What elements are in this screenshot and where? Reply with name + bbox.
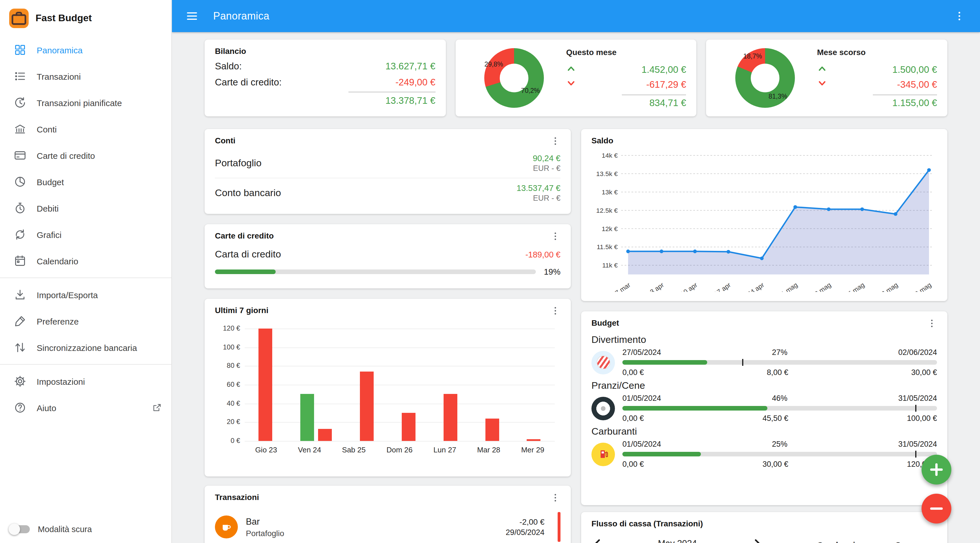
account-row[interactable]: Portafoglio 90,24 € EUR - € [215, 148, 560, 178]
bar-group [301, 328, 332, 441]
budget-total: 30,00 € [911, 368, 937, 377]
subtract-transaction-fab[interactable] [921, 494, 951, 524]
sidebar-item-carte-di-credito[interactable]: Carte di credito [0, 142, 171, 169]
x-axis-label: Mer 29 [521, 446, 544, 454]
budget-item-carburanti[interactable]: Carburanti 01/05/2024 25% 31/05/2024 [592, 426, 937, 468]
topbar-kebab-icon[interactable] [951, 8, 967, 24]
sidebar-item-impostazioni[interactable]: Impostazioni [0, 368, 171, 395]
saldo-label: Saldo: [215, 61, 242, 72]
sidebar-item-grafici[interactable]: Grafici [0, 221, 171, 248]
dark-mode-switch[interactable] [10, 525, 30, 533]
this-month-donut-wrap: 29,8% 70,2% [466, 48, 563, 108]
last7days-kebab-icon[interactable] [550, 306, 560, 318]
budget-progress-fill [622, 406, 767, 411]
credit-card-icon [14, 149, 26, 162]
dashboard-icon [14, 44, 26, 56]
sidebar-item-aiuto[interactable]: Aiuto [0, 395, 171, 421]
account-currency: EUR - € [517, 194, 560, 202]
expense-row: -345,00 € [817, 77, 937, 92]
income-row: 1.500,00 € [817, 62, 937, 77]
credit-cards-card: Carte di credito Carta di credito -189,0… [205, 224, 571, 288]
bar-uscite [485, 419, 499, 441]
sidebar-item-importa-esporta[interactable]: Importa/Esporta [0, 282, 171, 308]
sidebar-item-conti[interactable]: Conti [0, 116, 171, 142]
this-month-card: 29,8% 70,2% Questo mese 1.452,00 € -617,… [455, 40, 696, 116]
budget-item-pranzi-cene[interactable]: Pranzi/Cene 01/05/2024 46% 31/05/2024 [592, 380, 937, 423]
hamburger-menu-icon[interactable] [183, 8, 200, 25]
svg-text:27 mar: 27 mar [611, 281, 632, 291]
credit-card-value: -189,00 € [525, 250, 560, 259]
income-row: 1.452,00 € [566, 62, 686, 77]
transaction-name: Bar [246, 516, 498, 527]
sidebar-item-debiti[interactable]: Debiti [0, 195, 171, 221]
cc-value: -249,00 € [395, 77, 435, 88]
credit-card-row[interactable]: Carta di credito -189,00 € [215, 249, 560, 260]
donut-red-label: 18,7% [743, 53, 762, 60]
y-axis-tick: 100 € [223, 343, 240, 351]
x-axis-label: Dom 26 [387, 446, 413, 454]
sidebar-item-label: Aiuto [37, 403, 56, 412]
budget-item-divertimento[interactable]: Divertimento 27/05/2024 27% 02/06/2024 [592, 334, 937, 377]
sidebar-item-budget[interactable]: Budget [0, 169, 171, 195]
budget-today-tick [915, 405, 916, 412]
credit-cards-kebab-icon[interactable] [550, 231, 560, 244]
donut-red-label: 29,8% [485, 61, 503, 68]
switch-knob [9, 524, 20, 535]
saldo-chart-svg: 14k €13.5k €13k €12.5k €12k €11.5k €11k … [592, 147, 937, 291]
sidebar-item-calendario[interactable]: Calendario [0, 248, 171, 274]
budget-name: Carburanti [592, 426, 937, 438]
net-divider [873, 95, 937, 95]
sidebar-item-preferenze[interactable]: Preferenze [0, 308, 171, 334]
coffee-cup-icon [215, 516, 238, 538]
bar-group [402, 328, 415, 441]
budget-start-date: 27/05/2024 [622, 348, 661, 357]
sidebar-divider [0, 277, 171, 278]
month-navigator: May 2024 [592, 537, 764, 543]
add-transaction-fab[interactable] [921, 455, 951, 484]
summary-row: Bilancio Saldo: 13.627,71 € Carte di cre… [205, 40, 947, 116]
sidebar-item-transazioni[interactable]: Transazioni [0, 63, 171, 89]
page-title: Panoramica [213, 10, 269, 22]
expense-column-header: Spese [896, 541, 920, 543]
y-axis-tick: 40 € [227, 399, 240, 407]
bar-group [259, 328, 272, 441]
transaction-row[interactable]: Bar Portafoglio -2,00 € 29/05/2024 [215, 512, 560, 542]
budget-percent: 27% [661, 348, 898, 357]
sidebar-item-label: Panoramica [37, 45, 83, 55]
expense-value: -345,00 € [897, 79, 937, 90]
prev-month-button[interactable] [592, 537, 604, 543]
sidebar-item-label: Conti [37, 124, 57, 134]
account-row[interactable]: Conto bancario 13.537,47 € EUR - € [215, 178, 560, 207]
budget-progress-track [622, 360, 937, 365]
chevron-down-icon [566, 79, 576, 90]
credit-cards-card-title: Carte di credito [215, 231, 274, 240]
transactions-kebab-icon[interactable] [550, 492, 560, 505]
svg-text:17 apr: 17 apr [712, 281, 732, 291]
bar-uscite [527, 439, 541, 441]
x-axis-label: Gio 23 [255, 446, 277, 454]
left-column: Conti Portafoglio 90,24 € EUR - € Conto … [205, 129, 571, 543]
last-month-title: Mese scorso [817, 48, 937, 57]
sidebar-item-label: Debiti [37, 203, 59, 213]
accounts-kebab-icon[interactable] [550, 136, 560, 148]
account-name: Portafoglio [215, 158, 262, 169]
next-month-button[interactable] [751, 537, 764, 543]
budget-kebab-icon[interactable] [927, 318, 937, 331]
gear-icon [14, 375, 26, 388]
sidebar-item-label: Carte di credito [37, 151, 95, 160]
budget-percent: 25% [661, 440, 898, 448]
last-month-card: 18,7% 81,3% Mese scorso 1.500,00 € -345,… [706, 40, 947, 116]
sidebar-item-label: Sincronizzazione bancaria [37, 342, 137, 352]
sidebar-item-sincronizzazione-bancaria[interactable]: Sincronizzazione bancaria [0, 334, 171, 361]
credit-card-progress-row: 19% [215, 267, 560, 276]
sidebar-item-transazioni-pianificate[interactable]: Transazioni pianificate [0, 89, 171, 116]
last7days-card: Ultimi 7 giorni 120 €100 €80 €60 €40 €20… [205, 299, 571, 476]
sidebar: Fast Budget Panoramica Transazioni Trans… [0, 0, 172, 543]
bar-group [444, 328, 457, 441]
y-axis-tick: 60 € [227, 381, 240, 389]
calendar-icon [14, 255, 26, 267]
transactions-card: Transazioni Bar Portafoglio -2,00 € [205, 486, 571, 543]
credit-card-progress-track [215, 269, 536, 274]
sidebar-item-panoramica[interactable]: Panoramica [0, 37, 171, 63]
last7days-card-title: Ultimi 7 giorni [215, 306, 269, 315]
